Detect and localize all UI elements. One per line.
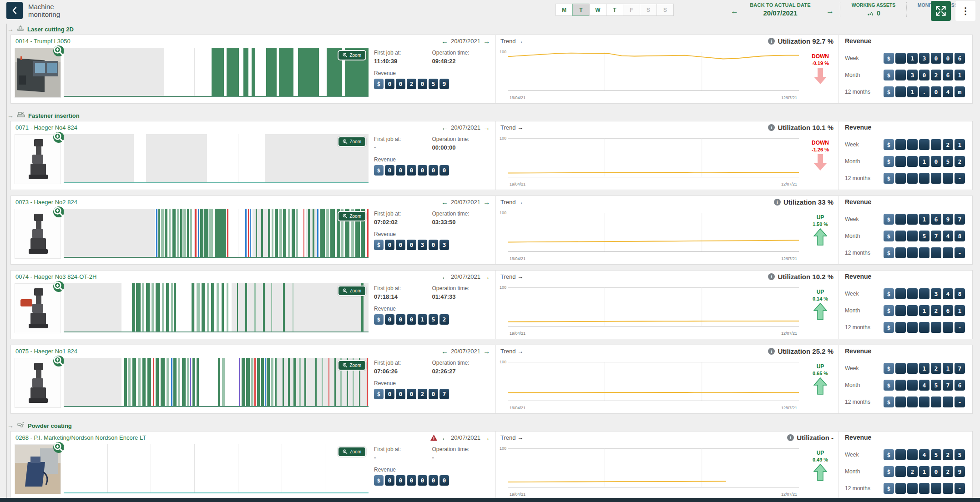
machine-card-trend: Trend → i Utilization 10.2 % 100 19/04/2… [496, 271, 839, 339]
trend-up-arrow-icon [813, 377, 827, 395]
month-revenue-counter: $21029 [884, 466, 965, 477]
photo-magnifier-icon[interactable] [53, 356, 64, 366]
card-prev-day-arrow[interactable]: ← [441, 434, 448, 442]
section-collapse-arrow-icon[interactable]: → [7, 25, 14, 33]
weekday-button-1[interactable]: T [572, 4, 590, 16]
machine-photo-thumb[interactable] [15, 48, 61, 98]
trend-axis-max: 100 [500, 446, 506, 451]
back-to-actual-date[interactable]: BACK TO ACTUAL DATE 20/07/2021 [739, 2, 821, 17]
section-laser-cutting-2d: → Laser cutting 2D 0014 - Trumpf L3050 ←… [6, 24, 980, 110]
trend-change: 1.50 % [813, 221, 828, 227]
first-job-label: First job at: [374, 211, 432, 217]
section-header[interactable]: → Powder coating [6, 420, 980, 431]
trend-chart: 100 19/04/21 12/07/21 [500, 135, 801, 186]
card-prev-day-arrow[interactable]: ← [441, 198, 448, 206]
machine-card-left: 0075 - Haeger No1 824 ← 20/07/2021 → Zoo… [11, 345, 496, 413]
month-label: Month [845, 158, 860, 165]
utilization-info-icon[interactable]: i [768, 124, 775, 131]
weekday-button-2[interactable]: W [589, 4, 606, 16]
card-date-nav: ← 20/07/2021 → [441, 273, 490, 281]
timeline-zoom-button[interactable]: Zoom [338, 50, 366, 60]
back-button[interactable] [6, 2, 23, 19]
machine-name-link[interactable]: 0268 - P.I. Marketing/Nordson Nordson En… [15, 434, 146, 441]
card-prev-day-arrow[interactable]: ← [441, 273, 448, 281]
digit-cell [907, 247, 918, 258]
machine-name-link[interactable]: 0075 - Haeger No1 824 [15, 348, 77, 355]
digit-cell [907, 322, 918, 333]
card-prev-day-arrow[interactable]: ← [441, 37, 448, 45]
utilization-info-icon[interactable]: i [768, 38, 775, 45]
weekday-button-0[interactable]: M [556, 4, 573, 16]
trend-link[interactable]: Trend → [500, 273, 523, 280]
digit-cell [907, 139, 918, 150]
photo-magnifier-icon[interactable] [53, 132, 64, 143]
photo-magnifier-icon[interactable] [53, 281, 64, 292]
digit-cell: 7 [943, 380, 953, 391]
digit-cell [895, 139, 906, 150]
machine-photo-thumb[interactable] [15, 209, 61, 259]
machine-name-link[interactable]: 0074 - Haeger No3 824-OT-2H [15, 273, 96, 280]
machine-photo-thumb[interactable] [15, 358, 61, 408]
machine-photo-thumb[interactable] [15, 444, 61, 494]
section-collapse-arrow-icon[interactable]: → [7, 422, 14, 429]
machine-photo-thumb[interactable] [15, 283, 61, 333]
timeline-zoom-button[interactable]: Zoom [338, 136, 366, 147]
trend-link[interactable]: Trend → [500, 124, 523, 131]
card-next-day-arrow[interactable]: → [483, 198, 490, 206]
card-prev-day-arrow[interactable]: ← [441, 124, 448, 131]
machine-card: 0073 - Haeger No2 824 ← 20/07/2021 → Zoo… [10, 196, 973, 265]
machine-name-link[interactable]: 0073 - Haeger No2 824 [15, 199, 77, 206]
twelve-months-label: 12 months [845, 485, 870, 492]
more-options-button[interactable]: ⋮ [955, 1, 975, 21]
activity-timeline[interactable]: Zoom [64, 209, 369, 258]
machine-card-left: 0074 - Haeger No3 824-OT-2H ← 20/07/2021… [11, 271, 496, 339]
activity-timeline[interactable]: Zoom [64, 48, 369, 97]
timeline-zoom-button[interactable]: Zoom [338, 286, 366, 296]
trend-link[interactable]: Trend → [500, 434, 523, 441]
fullscreen-button[interactable] [931, 1, 951, 21]
section-header[interactable]: → Laser cutting 2D [6, 24, 980, 35]
timeline-zoom-button[interactable]: Zoom [338, 211, 366, 221]
photo-magnifier-icon[interactable] [53, 45, 64, 56]
activity-timeline[interactable]: Zoom [64, 444, 369, 493]
activity-timeline[interactable]: Zoom [64, 283, 369, 332]
photo-magnifier-icon[interactable] [53, 206, 64, 217]
machine-name-link[interactable]: 0014 - Trumpf L3050 [15, 38, 71, 45]
section-collapse-arrow-icon[interactable]: → [7, 112, 14, 119]
next-date-arrow[interactable]: → [823, 6, 837, 16]
machine-card-trend: Trend → i Utilization - 100 19/04/21 12/… [496, 432, 839, 500]
trend-link[interactable]: Trend → [500, 348, 523, 355]
digit-cell [907, 173, 918, 184]
machine-name-link[interactable]: 0071 - Haeger No4 824 [15, 124, 77, 131]
trend-link[interactable]: Trend → [500, 199, 523, 206]
card-next-day-arrow[interactable]: → [483, 347, 490, 355]
revenue-panel-title: Revenue [839, 271, 972, 282]
card-next-day-arrow[interactable]: → [483, 434, 490, 442]
digit-cell [907, 363, 918, 374]
week-revenue-counter: $21 [884, 139, 965, 150]
card-prev-day-arrow[interactable]: ← [441, 347, 448, 355]
section-header[interactable]: → Fastener insertion [6, 110, 980, 121]
digit-cell: - [955, 483, 965, 494]
utilization-info-icon[interactable]: i [768, 273, 775, 280]
timeline-zoom-button[interactable]: Zoom [338, 360, 366, 371]
activity-timeline[interactable]: Zoom [64, 134, 369, 183]
currency-cell: $ [884, 483, 894, 494]
utilization-info-icon[interactable]: i [787, 434, 794, 441]
weekday-button-5: S [640, 4, 657, 16]
machine-photo-thumb[interactable] [15, 134, 61, 184]
timeline-zoom-button[interactable]: Zoom [338, 447, 366, 457]
utilization-trend-indicator: UP 0.14 % [803, 289, 838, 321]
card-next-day-arrow[interactable]: → [483, 273, 490, 281]
card-date-nav: ← 20/07/2021 → [430, 434, 490, 442]
card-next-day-arrow[interactable]: → [483, 124, 490, 131]
activity-timeline[interactable]: Zoom [64, 358, 369, 407]
warning-icon[interactable] [430, 434, 438, 441]
weekday-button-3[interactable]: T [606, 4, 623, 16]
trend-link[interactable]: Trend → [500, 38, 523, 45]
utilization-info-icon[interactable]: i [774, 199, 781, 206]
utilization-info-icon[interactable]: i [768, 348, 775, 355]
card-next-day-arrow[interactable]: → [483, 37, 490, 45]
photo-magnifier-icon[interactable] [53, 442, 64, 453]
day-revenue-counter: $000000 [374, 475, 490, 486]
